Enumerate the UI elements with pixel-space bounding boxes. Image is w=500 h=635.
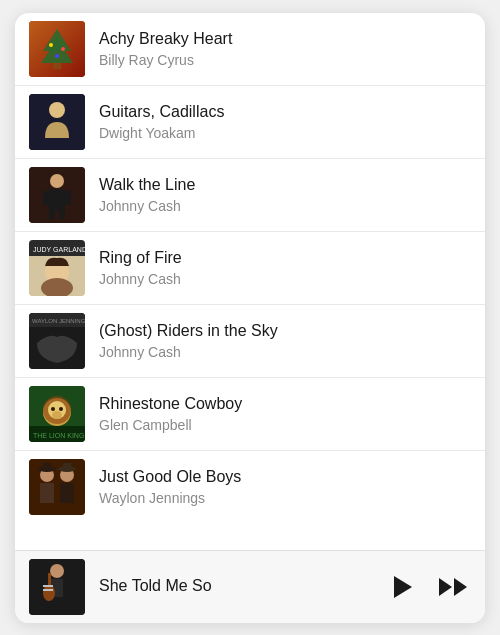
playback-controls xyxy=(383,569,471,605)
svg-rect-16 xyxy=(49,211,55,219)
album-art-1 xyxy=(29,21,85,77)
svg-rect-13 xyxy=(49,189,65,211)
track-artist-3: Johnny Cash xyxy=(99,198,471,214)
track-item[interactable]: Walk the Line Johnny Cash xyxy=(15,159,485,232)
fast-forward-icon xyxy=(439,578,467,596)
track-artist-2: Dwight Yoakam xyxy=(99,125,471,141)
svg-point-7 xyxy=(55,54,59,58)
svg-rect-4 xyxy=(53,63,61,69)
svg-rect-38 xyxy=(40,483,54,503)
track-info-7: Just Good Ole Boys Waylon Jennings xyxy=(99,467,471,506)
album-art-7 xyxy=(29,459,85,515)
track-info-3: Walk the Line Johnny Cash xyxy=(99,175,471,214)
svg-rect-51 xyxy=(43,589,53,591)
track-title-2: Guitars, Cadillacs xyxy=(99,102,471,123)
track-artist-5: Johnny Cash xyxy=(99,344,471,360)
album-art-now-playing xyxy=(29,559,85,615)
svg-point-31 xyxy=(52,411,62,419)
track-title-6: Rhinestone Cowboy xyxy=(99,394,471,415)
track-artist-7: Waylon Jennings xyxy=(99,490,471,506)
svg-rect-49 xyxy=(48,573,51,595)
now-playing-info: She Told Me So xyxy=(99,576,383,597)
forward-tri-1 xyxy=(439,578,452,596)
track-item[interactable]: JUDY GARLAND Ring of Fire Johnny Cash xyxy=(15,232,485,305)
svg-point-6 xyxy=(61,47,65,51)
svg-rect-44 xyxy=(63,463,71,470)
track-item[interactable]: WAYLON JENNINGS (Ghost) Riders in the Sk… xyxy=(15,305,485,378)
svg-point-32 xyxy=(51,407,55,411)
play-button[interactable] xyxy=(383,569,419,605)
album-art-4: JUDY GARLAND xyxy=(29,240,85,296)
track-title-1: Achy Breaky Heart xyxy=(99,29,471,50)
track-item[interactable]: Achy Breaky Heart Billy Ray Cyrus xyxy=(15,13,485,86)
svg-rect-15 xyxy=(63,191,71,205)
svg-text:THE LION KING: THE LION KING xyxy=(33,432,84,439)
track-item[interactable]: Just Good Ole Boys Waylon Jennings xyxy=(15,451,485,523)
svg-point-33 xyxy=(59,407,63,411)
forward-tri-2 xyxy=(454,578,467,596)
svg-point-5 xyxy=(49,43,53,47)
svg-rect-36 xyxy=(29,459,85,515)
track-title-5: (Ghost) Riders in the Sky xyxy=(99,321,471,342)
svg-point-12 xyxy=(50,174,64,188)
track-title-4: Ring of Fire xyxy=(99,248,471,269)
track-info-5: (Ghost) Riders in the Sky Johnny Cash xyxy=(99,321,471,360)
svg-point-46 xyxy=(50,564,64,578)
track-info-1: Achy Breaky Heart Billy Ray Cyrus xyxy=(99,29,471,68)
track-artist-6: Glen Campbell xyxy=(99,417,471,433)
svg-text:WAYLON JENNINGS: WAYLON JENNINGS xyxy=(32,318,85,324)
track-info-4: Ring of Fire Johnny Cash xyxy=(99,248,471,287)
album-art-5: WAYLON JENNINGS xyxy=(29,313,85,369)
track-title-7: Just Good Ole Boys xyxy=(99,467,471,488)
svg-rect-14 xyxy=(43,191,51,205)
svg-rect-42 xyxy=(43,463,51,470)
track-item[interactable]: THE LION KING Rhinestone Cowboy Glen Cam… xyxy=(15,378,485,451)
track-artist-1: Billy Ray Cyrus xyxy=(99,52,471,68)
track-title-3: Walk the Line xyxy=(99,175,471,196)
album-art-3 xyxy=(29,167,85,223)
track-info-6: Rhinestone Cowboy Glen Campbell xyxy=(99,394,471,433)
music-player: Achy Breaky Heart Billy Ray Cyrus Guitar… xyxy=(15,13,485,623)
now-playing-title: She Told Me So xyxy=(99,576,383,597)
album-art-6: THE LION KING xyxy=(29,386,85,442)
svg-rect-17 xyxy=(59,211,65,219)
track-artist-4: Johnny Cash xyxy=(99,271,471,287)
svg-rect-10 xyxy=(29,138,85,150)
now-playing-bar: She Told Me So xyxy=(15,550,485,623)
svg-point-9 xyxy=(49,102,65,118)
track-info-2: Guitars, Cadillacs Dwight Yoakam xyxy=(99,102,471,141)
album-art-2 xyxy=(29,94,85,150)
svg-rect-40 xyxy=(60,483,74,503)
track-list: Achy Breaky Heart Billy Ray Cyrus Guitar… xyxy=(15,13,485,550)
play-icon xyxy=(394,576,412,598)
svg-rect-50 xyxy=(43,585,53,587)
svg-text:JUDY GARLAND: JUDY GARLAND xyxy=(33,246,85,253)
fast-forward-button[interactable] xyxy=(435,569,471,605)
track-item[interactable]: Guitars, Cadillacs Dwight Yoakam xyxy=(15,86,485,159)
